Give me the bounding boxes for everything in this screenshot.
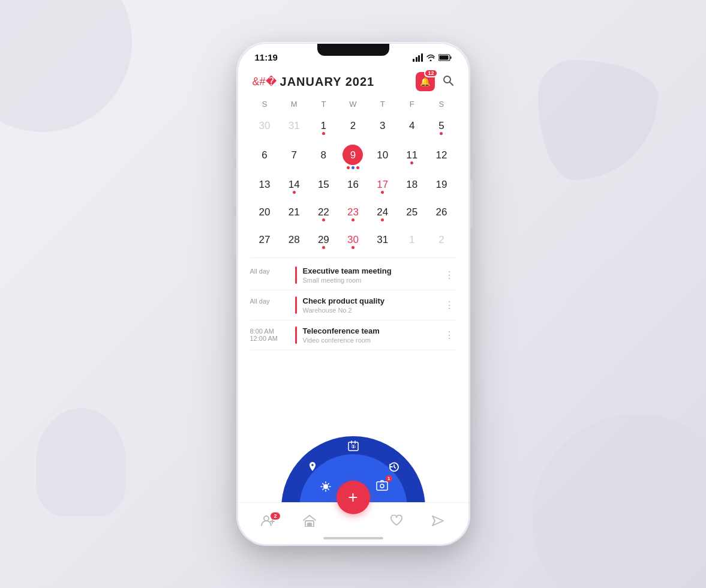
calendar-day-14[interactable]: 14 <box>280 173 309 200</box>
wifi-icon <box>426 54 435 61</box>
weekday-mon: M <box>280 97 309 111</box>
notification-badge: 12 <box>424 69 437 77</box>
event-bar <box>295 266 297 284</box>
bg-decoration-bl <box>36 408 126 516</box>
event-time: All day <box>250 296 289 314</box>
status-time: 11:19 <box>255 52 278 62</box>
weekday-thu: T <box>368 97 397 111</box>
bg-decoration-tl <box>0 0 132 132</box>
event-item-teleconference[interactable]: 8:00 AM 12:00 AM Teleconference team Vid… <box>250 320 456 350</box>
calendar-day-4[interactable]: 4 <box>397 115 426 141</box>
calendar-day[interactable]: 2 <box>426 229 456 255</box>
event-location: Small meeting room <box>303 277 442 284</box>
calendar-day[interactable]: 31 <box>280 115 309 141</box>
calendar-day-23[interactable]: 23 <box>338 201 368 227</box>
svg-line-4 <box>450 82 453 85</box>
calendar-day-19[interactable]: 19 <box>426 173 456 200</box>
calendar-day-11[interactable]: 11 <box>397 142 426 172</box>
event-location: Video conference room <box>303 337 442 344</box>
calendar-day-10[interactable]: 10 <box>368 142 397 172</box>
calendar-day-28[interactable]: 28 <box>280 229 309 255</box>
weekday-fri: F <box>397 97 426 111</box>
month-navigation: &#� JANUARY 2021 <box>253 75 375 89</box>
calendar-day-21[interactable]: 21 <box>280 201 309 227</box>
calendar-day-31[interactable]: 31 <box>368 229 397 255</box>
event-item-quality[interactable]: All day Check product quality Warehouse … <box>250 290 456 320</box>
phone-screen: 11:19 <box>238 44 468 544</box>
notch <box>317 44 389 56</box>
calendar-day-29[interactable]: 29 <box>309 229 338 255</box>
calendar-day-8[interactable]: 8 <box>309 142 338 172</box>
brightness-radial-icon[interactable] <box>317 478 334 495</box>
svg-point-7 <box>323 484 328 489</box>
fab-add-button[interactable]: + <box>337 481 370 514</box>
calendar-day-1[interactable]: 1 <box>309 115 338 141</box>
heart-tab[interactable] <box>382 515 411 527</box>
power-button[interactable] <box>470 180 473 228</box>
calendar-day-16[interactable]: 16 <box>338 173 368 200</box>
send-tab[interactable] <box>423 515 452 527</box>
bottom-area: 1 <box>238 424 468 544</box>
svg-point-9 <box>380 484 384 488</box>
volume-down-button[interactable] <box>234 216 236 255</box>
header-actions: 🔔 12 <box>416 72 454 91</box>
event-bar <box>295 326 297 344</box>
calendar-day-15[interactable]: 15 <box>309 173 338 200</box>
calendar-day-6[interactable]: 6 <box>250 142 280 172</box>
event-more-button[interactable]: ⋮ <box>442 329 456 341</box>
calendar-day-27[interactable]: 27 <box>250 229 280 255</box>
notification-button[interactable]: 🔔 12 <box>416 72 435 91</box>
event-content: Check product quality Warehouse No.2 <box>303 296 442 314</box>
event-more-button[interactable]: ⋮ <box>442 269 456 281</box>
home-tab[interactable] <box>295 515 324 527</box>
event-more-button[interactable]: ⋮ <box>442 299 456 311</box>
calendar-day-30[interactable]: 30 <box>338 229 368 255</box>
calendar-day-24[interactable]: 24 <box>368 201 397 227</box>
calendar-radial-icon[interactable]: 1 <box>345 437 362 454</box>
add-person-tab[interactable]: 2 <box>254 515 283 527</box>
status-icons <box>413 53 452 62</box>
weekday-tue: T <box>309 97 338 111</box>
bell-icon: 🔔 <box>420 77 430 86</box>
calendar-day-12[interactable]: 12 <box>426 142 456 172</box>
calendar-day-3[interactable]: 3 <box>368 115 397 141</box>
svg-rect-1 <box>450 56 451 59</box>
calendar-day-18[interactable]: 18 <box>397 173 426 200</box>
bg-decoration-br <box>532 414 706 588</box>
volume-up-button[interactable] <box>234 168 236 207</box>
events-list: All day Executive team meeting Small mee… <box>238 260 468 424</box>
signal-icon <box>413 53 423 62</box>
calendar-day-22[interactable]: 22 <box>309 201 338 227</box>
prev-month-button[interactable]: &#� <box>253 75 277 88</box>
weekday-sat: S <box>426 97 456 111</box>
event-time: All day <box>250 266 289 284</box>
status-bar: 11:19 <box>238 44 468 67</box>
calendar-day-20[interactable]: 20 <box>250 201 280 227</box>
calendar-day[interactable]: 1 <box>397 229 426 255</box>
month-year-label: JANUARY 2021 <box>280 75 375 89</box>
event-time: 8:00 AM 12:00 AM <box>250 326 289 344</box>
svg-text:1: 1 <box>352 445 354 449</box>
event-title: Teleconference team <box>303 326 442 335</box>
calendar-day-25[interactable]: 25 <box>397 201 426 227</box>
calendar-day-2[interactable]: 2 <box>338 115 368 141</box>
calendar-day[interactable]: 30 <box>250 115 280 141</box>
location-radial-icon[interactable] <box>304 458 321 475</box>
event-item-executive[interactable]: All day Executive team meeting Small mee… <box>250 260 456 290</box>
phone-frame: 11:19 <box>236 42 470 546</box>
calendar-day-7[interactable]: 7 <box>280 142 309 172</box>
home-indicator <box>323 537 383 539</box>
mute-button[interactable] <box>234 138 236 159</box>
calendar-day-26[interactable]: 26 <box>426 201 456 227</box>
calendar-day-17[interactable]: 17 <box>368 173 397 200</box>
calendar-day-5[interactable]: 5 <box>426 115 456 141</box>
calendar-day-13[interactable]: 13 <box>250 173 280 200</box>
photo-radial-icon[interactable]: 1 <box>374 478 390 495</box>
app-screen: 11:19 <box>238 44 468 544</box>
calendar-day-9-today[interactable]: 9 <box>338 142 368 172</box>
svg-point-10 <box>264 516 269 521</box>
calendar-days: 30 31 1 2 3 4 5 6 7 8 9 10 11 12 13 <box>250 115 456 255</box>
search-button[interactable] <box>442 74 454 89</box>
history-radial-icon[interactable] <box>386 458 402 475</box>
event-bar <box>295 296 297 314</box>
